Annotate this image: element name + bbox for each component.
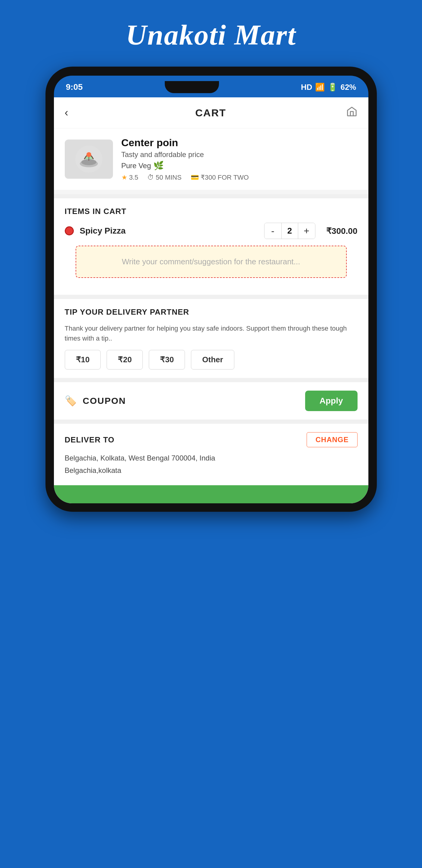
items-in-cart: ITEMS IN CART Spicy Pizza - 2 + ₹300.00 … [54, 198, 368, 295]
wallet-icon: 💳 [191, 174, 199, 181]
veg-dot-icon [65, 226, 74, 236]
battery-pct: 62% [340, 83, 356, 92]
tip-30-button[interactable]: ₹30 [149, 350, 185, 370]
deliver-section: DELIVER TO CHANGE Belgachia, Kolkata, We… [54, 424, 368, 485]
bottom-bar [54, 485, 368, 503]
qty-decrease-button[interactable]: - [264, 223, 281, 239]
restaurant-name: Center poin [121, 137, 358, 149]
change-address-button[interactable]: CHANGE [306, 432, 357, 447]
back-button[interactable]: ‹ [65, 106, 68, 119]
cart-section-bg: ITEMS IN CART Spicy Pizza - 2 + ₹300.00 … [54, 194, 368, 485]
item-name: Spicy Pizza [80, 226, 258, 236]
restaurant-info: Center poin Tasty and affordable price P… [121, 137, 358, 181]
item-price: ₹300.00 [321, 226, 358, 236]
tip-20-button[interactable]: ₹20 [107, 350, 143, 370]
comment-box[interactable]: Write your comment/suggestion for the re… [75, 246, 347, 278]
price-for-two: 💳 ₹300 FOR TWO [191, 174, 249, 181]
restaurant-rating: ★ 3.5 [121, 174, 138, 181]
cart-item: Spicy Pizza - 2 + ₹300.00 [65, 223, 358, 239]
quantity-control[interactable]: - 2 + [264, 223, 315, 239]
tip-other-button[interactable]: Other [191, 350, 234, 370]
svg-point-3 [87, 152, 91, 157]
comment-placeholder: Write your comment/suggestion for the re… [85, 257, 337, 267]
status-bar: 9:05 HD 📶 🔋 62% [54, 76, 368, 97]
veg-leaf-icon: 🌿 [153, 161, 164, 170]
phone-frame: 9:05 HD 📶 🔋 62% ‹ CART [45, 67, 377, 512]
battery-icon: 🔋 [328, 83, 337, 92]
tip-10-button[interactable]: ₹10 [65, 350, 101, 370]
restaurant-veg-label: Pure Veg 🌿 [121, 161, 358, 170]
tip-section-title: TIP YOUR DELIVERY PARTNER [65, 307, 358, 317]
phone-notch [165, 81, 219, 93]
star-icon: ★ [121, 174, 127, 181]
deliver-address: Belgachia, Kolkata, West Bengal 700004, … [65, 452, 358, 477]
tip-buttons-group: ₹10 ₹20 ₹30 Other [65, 350, 358, 370]
signal-icon: 📶 [315, 83, 325, 92]
tip-section: TIP YOUR DELIVERY PARTNER Thank your del… [54, 299, 368, 378]
toolbar: ‹ CART [54, 97, 368, 128]
status-time: 9:05 [66, 82, 83, 92]
restaurant-image [65, 140, 113, 179]
status-right: HD 📶 🔋 62% [301, 83, 356, 92]
deliver-header: DELIVER TO CHANGE [65, 432, 358, 447]
app-title: Unakoti Mart [126, 18, 296, 52]
restaurant-meta: ★ 3.5 ⏱ 50 MINS 💳 ₹300 FOR TWO [121, 174, 358, 181]
phone-screen: ‹ CART Cent [54, 97, 368, 503]
restaurant-tagline: Tasty and affordable price [121, 150, 358, 159]
clock-icon: ⏱ [147, 174, 154, 181]
tip-description: Thank your delivery partner for helping … [65, 323, 358, 343]
home-icon[interactable] [346, 106, 358, 120]
coupon-section: 🏷️ COUPON Apply [54, 382, 368, 420]
delivery-time: ⏱ 50 MINS [147, 174, 182, 181]
deliver-to-title: DELIVER TO [65, 435, 115, 444]
restaurant-card: Center poin Tasty and affordable price P… [54, 128, 368, 190]
network-indicator: HD [301, 83, 312, 92]
page-title: CART [75, 107, 346, 119]
qty-increase-button[interactable]: + [298, 223, 315, 239]
coupon-icon: 🏷️ [65, 395, 77, 407]
items-section-title: ITEMS IN CART [65, 207, 358, 216]
apply-coupon-button[interactable]: Apply [305, 391, 358, 411]
coupon-label: COUPON [83, 396, 299, 406]
qty-value: 2 [281, 223, 298, 239]
